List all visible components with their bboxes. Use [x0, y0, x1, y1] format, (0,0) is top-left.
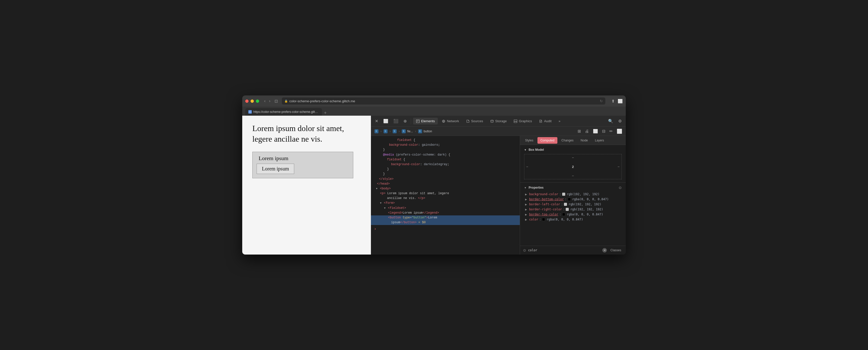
tab-styles[interactable]: Styles [522, 137, 536, 144]
share-button[interactable]: ⬆ [611, 99, 615, 104]
tab-network[interactable]: Network [439, 118, 462, 124]
prop-expand-icon[interactable]: ▶ [525, 208, 527, 211]
console-prompt: › [371, 225, 520, 234]
sidebar-toggle-button[interactable]: ⊡ [275, 99, 278, 104]
tab-favicon: C [248, 110, 252, 114]
code-line: </style> [371, 177, 520, 181]
code-panel[interactable]: fieldset { background-color: gainsboro; … [371, 136, 520, 255]
code-line: ▼ <form> [371, 201, 520, 206]
breadcrumb-badge-body: E [383, 129, 388, 133]
url-text: color-scheme-prefers-color-scheme.glitch… [289, 99, 355, 103]
breadcrumb-item-fieldset[interactable]: E fie... [400, 128, 414, 134]
prop-expand-icon[interactable]: ▶ [525, 218, 527, 221]
box-model-triangle-icon[interactable]: ▼ [524, 148, 527, 151]
breadcrumb-arrow-1: › [380, 129, 381, 133]
code-line: <p> Lorem ipsum dolor sit amet, legere [371, 191, 520, 196]
box-model-bottom: – [572, 174, 574, 177]
navigation-buttons: ‹ › [263, 98, 272, 104]
properties-settings-icon[interactable]: ⊙ [619, 185, 622, 189]
properties-triangle-icon[interactable]: ▼ [524, 186, 527, 189]
prop-swatch-border-left-color[interactable] [564, 203, 567, 206]
new-window-button[interactable]: ⬜ [618, 99, 623, 104]
tab-computed[interactable]: Computed [537, 137, 557, 144]
main-content: Lorem ipsum dolor sit amet, legere ancil… [242, 116, 626, 255]
reload-icon[interactable]: ↻ [600, 99, 603, 103]
code-line: background-color: gainsboro; [371, 143, 520, 147]
prop-swatch-border-bottom-color[interactable] [568, 198, 571, 201]
prop-row-background-color: ▶ background-color : rgb(192, 192, 192) [520, 192, 626, 197]
code-line: ▼ <body> [371, 186, 520, 191]
box-model-right: – [618, 165, 619, 169]
tab-elements[interactable]: Elements [413, 118, 438, 124]
browser-tab[interactable]: C https://color-scheme-prefers-color-sch… [245, 108, 322, 116]
preview-main-text: Lorem ipsum dolor sit amet, legere ancil… [252, 123, 361, 144]
prop-value-color: rgba(0, 0, 0, 0.847) [547, 218, 583, 221]
tab-node[interactable]: Node [578, 137, 591, 144]
prop-value-border-right-color: rgb(192, 192, 192) [570, 208, 603, 211]
right-panel: Styles Computed Changes Node Layers ▼ Bo… [520, 136, 626, 255]
new-tab-button[interactable]: + [324, 110, 327, 116]
close-button[interactable] [245, 99, 249, 103]
prop-expand-icon[interactable]: ▶ [525, 193, 527, 196]
dock-button[interactable]: ⬜ [381, 117, 390, 125]
prop-expand-icon[interactable]: ▶ [525, 198, 527, 201]
prop-row-border-right-color: ▶ border-right-color : rgb(192, 192, 192… [520, 207, 626, 212]
breadcrumb-edit-icon[interactable]: ✏ [608, 127, 614, 135]
breadcrumb-split-icon[interactable]: ⊟ [600, 127, 607, 135]
prop-swatch-border-right-color[interactable] [566, 208, 569, 211]
forward-button[interactable]: › [268, 98, 271, 104]
prop-expand-icon[interactable]: ▶ [525, 203, 527, 206]
breadcrumb-print-icon[interactable]: 🖨 [583, 127, 590, 135]
minimize-button[interactable] [251, 99, 254, 103]
preview-button[interactable]: Lorem ipsum [257, 164, 294, 174]
breadcrumb-color-icon[interactable]: ⬜ [615, 127, 624, 135]
filter-clear-button[interactable]: ✕ [602, 248, 607, 253]
prop-name-border-bottom-color: border-bottom-color [529, 198, 564, 201]
breadcrumb-item-form[interactable]: E [391, 128, 398, 134]
breadcrumb-arrow-3: › [399, 129, 400, 133]
prop-colon: : [565, 198, 566, 201]
settings-button[interactable]: ⚙ [616, 117, 624, 125]
tab-storage[interactable]: Storage [487, 118, 510, 124]
code-line-selected[interactable]: <button type="button">Lorem [371, 215, 520, 220]
inspect-button[interactable]: ⊕ [401, 117, 409, 125]
breadcrumb-badge-html: E [374, 129, 378, 133]
code-line: ancillae ne vis. </p> [371, 196, 520, 201]
code-line: ▼ <fieldset> [371, 206, 520, 211]
box-model-section: ▼ Box Model – – – – 2 [520, 145, 626, 182]
prop-colon: : [562, 203, 562, 206]
breadcrumb-window-icon[interactable]: ⬜ [591, 127, 599, 135]
tab-audit[interactable]: Audit [536, 118, 555, 124]
tab-sources[interactable]: Sources [463, 118, 486, 124]
tab-graphics[interactable]: Graphics [511, 118, 535, 124]
prop-expand-icon[interactable]: ▶ [525, 213, 527, 216]
box-model-left: – [526, 165, 528, 169]
tab-audit-label: Audit [544, 119, 552, 123]
close-devtools-button[interactable]: ✕ [373, 117, 380, 125]
maximize-button[interactable] [256, 99, 259, 103]
lock-icon: 🔒 [284, 99, 288, 103]
properties-label: Properties [529, 186, 544, 189]
address-bar[interactable]: 🔒 color-scheme-prefers-color-scheme.glit… [282, 97, 605, 105]
detach-button[interactable]: ⬛ [391, 117, 400, 125]
filter-input[interactable] [528, 249, 600, 252]
more-tabs-button[interactable]: » [556, 118, 563, 124]
back-button[interactable]: ‹ [263, 98, 267, 104]
search-button[interactable]: 🔍 [606, 117, 615, 125]
prop-swatch-background-color[interactable] [562, 193, 565, 196]
filter-classes-button[interactable]: Classes [609, 248, 623, 253]
tab-changes[interactable]: Changes [558, 137, 577, 144]
tab-layers[interactable]: Layers [592, 137, 607, 144]
preview-fieldset: Lorem ipsum Lorem ipsum [252, 152, 353, 178]
browser-window: ‹ › ⊡ 🔒 color-scheme-prefers-color-schem… [242, 95, 626, 255]
prop-value-border-bottom-color: rgba(0, 0, 0, 0.847) [572, 198, 609, 201]
prop-row-border-top-color: ▶ border-top-color : rgba(0, 0, 0, 0.847… [520, 212, 626, 217]
code-line: fieldset { [371, 157, 520, 162]
traffic-lights [245, 99, 259, 103]
breadcrumb-item-body[interactable]: E [382, 128, 389, 134]
prop-swatch-border-top-color[interactable] [562, 213, 565, 216]
prop-swatch-color[interactable] [542, 218, 545, 221]
breadcrumb-grid-icon[interactable]: ⊞ [576, 127, 582, 135]
breadcrumb-item-html[interactable]: E [373, 128, 380, 134]
breadcrumb-item-button[interactable]: E button [416, 128, 434, 134]
